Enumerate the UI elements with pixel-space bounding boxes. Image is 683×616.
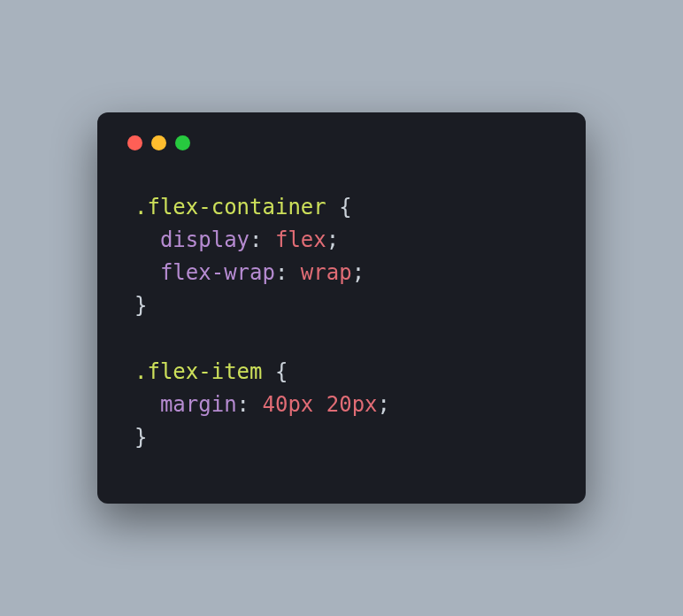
value: wrap xyxy=(301,260,352,285)
maximize-icon[interactable] xyxy=(175,135,190,150)
colon: : xyxy=(237,392,249,417)
selector: .flex-container xyxy=(134,195,326,219)
space xyxy=(263,359,275,384)
property: flex-wrap xyxy=(160,260,275,285)
brace-close: } xyxy=(134,425,147,450)
colon: : xyxy=(249,227,262,252)
brace-open: { xyxy=(275,359,288,384)
space xyxy=(249,392,262,417)
minimize-icon[interactable] xyxy=(151,135,166,150)
brace-close: } xyxy=(134,293,147,318)
space xyxy=(288,260,300,285)
selector: .flex-item xyxy=(134,359,263,384)
value: flex xyxy=(275,227,326,252)
semicolon: ; xyxy=(378,392,390,417)
property: display xyxy=(160,227,249,252)
space xyxy=(263,227,275,252)
semicolon: ; xyxy=(352,260,365,285)
value: 40px 20px xyxy=(263,392,378,417)
indent xyxy=(134,260,160,285)
close-icon[interactable] xyxy=(127,135,142,150)
code-window: .flex-container { display: flex; flex-wr… xyxy=(97,112,586,504)
code-block: .flex-container { display: flex; flex-wr… xyxy=(124,191,559,455)
space xyxy=(326,195,339,219)
indent xyxy=(134,392,160,417)
traffic-lights xyxy=(127,135,559,150)
colon: : xyxy=(275,260,288,285)
property: margin xyxy=(160,392,237,417)
brace-open: { xyxy=(339,195,351,219)
indent xyxy=(134,227,160,252)
semicolon: ; xyxy=(326,227,339,252)
